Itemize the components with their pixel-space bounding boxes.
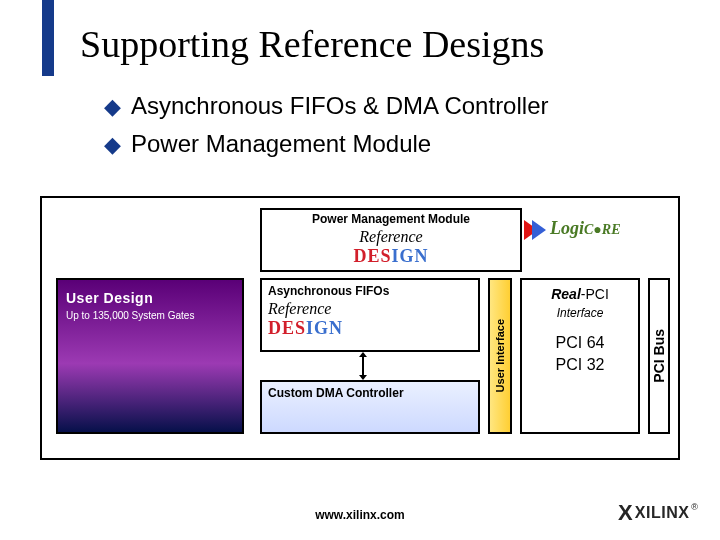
- accent-bar: [42, 0, 54, 76]
- xilinx-x-icon: X: [618, 500, 633, 526]
- power-mgmt-block: Power Management Module Reference DESIGN: [260, 208, 522, 272]
- user-interface-block: User Interface: [488, 278, 512, 434]
- refdesign-line1: Reference: [268, 300, 343, 318]
- slide: Supporting Reference Designs ◆ Asynchron…: [0, 0, 720, 540]
- pci-bus-block: PCI Bus: [648, 278, 670, 434]
- logicore-logo: LogiC●RE: [524, 214, 632, 246]
- logicore-word: LogiC●RE: [550, 218, 620, 239]
- custom-dma-label: Custom DMA Controller: [268, 386, 472, 400]
- xilinx-word: XILINX: [635, 504, 690, 522]
- architecture-diagram: User Design Up to 135,000 System Gates P…: [40, 196, 680, 460]
- real-pci-block: Real-PCI Interface PCI 64 PCI 32: [520, 278, 640, 434]
- registered-icon: ®: [691, 502, 698, 512]
- bullet-list: ◆ Asynchronous FIFOs & DMA Controller ◆ …: [104, 92, 548, 168]
- bullet-text: Asynchronous FIFOs & DMA Controller: [131, 92, 548, 120]
- refdesign-line2: DESIGN: [268, 318, 343, 339]
- user-design-sub: Up to 135,000 System Gates: [66, 310, 234, 321]
- async-fifos-label: Asynchronous FIFOs: [268, 284, 472, 298]
- refdesign-line2: DESIGN: [353, 246, 428, 267]
- triangle-blue-icon: [532, 220, 546, 240]
- bullet-glyph-icon: ◆: [104, 133, 121, 157]
- pci32-label: PCI 32: [522, 354, 638, 376]
- user-interface-label: User Interface: [494, 319, 506, 392]
- pci64-label: PCI 64: [522, 332, 638, 354]
- slide-title: Supporting Reference Designs: [80, 22, 544, 66]
- real-pci-title: Real-PCI: [522, 286, 638, 302]
- bullet-text: Power Management Module: [131, 130, 431, 158]
- real-pci-sub: Interface: [522, 306, 638, 320]
- reference-design-logo: Reference DESIGN: [353, 228, 428, 267]
- bidirectional-arrow-icon: [362, 356, 364, 376]
- bullet-item: ◆ Asynchronous FIFOs & DMA Controller: [104, 92, 548, 120]
- user-design-block: User Design Up to 135,000 System Gates: [56, 278, 244, 434]
- xilinx-logo: X XILINX ®: [618, 500, 698, 526]
- bullet-item: ◆ Power Management Module: [104, 130, 548, 158]
- async-fifos-block: Asynchronous FIFOs Reference DESIGN: [260, 278, 480, 352]
- pci-bus-label: PCI Bus: [651, 329, 667, 383]
- bullet-glyph-icon: ◆: [104, 95, 121, 119]
- reference-design-logo: Reference DESIGN: [268, 300, 343, 339]
- custom-dma-block: Custom DMA Controller: [260, 380, 480, 434]
- user-design-title: User Design: [66, 290, 234, 306]
- refdesign-line1: Reference: [353, 228, 428, 246]
- footer-url: www.xilinx.com: [0, 508, 720, 522]
- power-mgmt-label: Power Management Module: [262, 212, 520, 226]
